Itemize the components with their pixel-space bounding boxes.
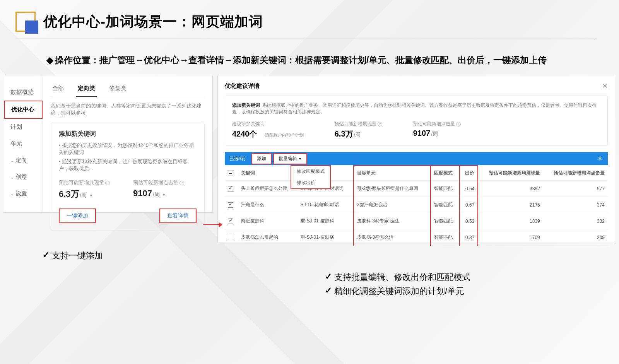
help-icon[interactable]: ?: [378, 122, 382, 126]
cell-unit[interactable]: 额-2@-额头长痘痘是什么原因: [354, 181, 431, 197]
row-checkbox[interactable]: [228, 219, 233, 224]
cell-plan: 重-SJ-01-皮肤病: [298, 229, 354, 246]
tabs: 全部 定向类 修复类: [51, 82, 205, 97]
title-wrap: 优化中心-加词场景一：网页端加词: [15, 12, 596, 39]
dropdown-bid[interactable]: 修改出价: [291, 177, 330, 188]
panels-row: 数据概览 优化中心 计划 单元 ⌄定向 ⌄创意 ⌄设置 全部 定向类 修复类 我…: [0, 76, 619, 242]
slide-title: 优化中心-加词场景一：网页端加词: [43, 12, 263, 31]
col-checkbox: [225, 166, 238, 181]
sidebar: 数据概览 优化中心 计划 单元 ⌄定向 ⌄创意 ⌄设置: [4, 76, 43, 212]
cell-bid[interactable]: 0.54: [460, 181, 478, 197]
table-header-row: 关键词 计划 目标单元 匹配模式 出价 预估可能新增周均展现量 预估可能新增周均…: [225, 166, 608, 181]
metric-value: 6.3万/周: [335, 129, 382, 139]
info-metric-keywords: 建议添加关键词 4240个适配账户内70个计划: [232, 121, 304, 139]
sidebar-item-settings[interactable]: ⌄设置: [4, 185, 43, 202]
metric-label: 建议添加关键词: [232, 121, 304, 127]
suggestion-card: 添加新关键词 • 根据您的历史投放情况，为您找到4240个和您的推广业务相关的关…: [51, 123, 205, 231]
bullet-text: 支持批量编辑、修改出价和匹配模式: [334, 272, 470, 283]
chevron-down-icon: ⌄: [10, 175, 14, 179]
help-icon[interactable]: ?: [105, 181, 110, 185]
cell-unit[interactable]: 3@汗斑怎么治: [354, 197, 431, 213]
bullet-diamond: ◆: [46, 55, 53, 65]
sidebar-item-target[interactable]: ⌄定向: [4, 152, 43, 169]
cell-plan: SJ-15-花斑癣-对话: [298, 197, 354, 213]
cell-match[interactable]: 智能匹配: [431, 213, 460, 229]
card-desc-2: • 通过更新和补充新关键词，让广告展现给更多潜在目标客户，获取优质...: [59, 158, 197, 172]
col-keyword: 关键词: [238, 166, 298, 181]
batch-edit-button[interactable]: 批量编辑 ▼: [273, 153, 307, 164]
right-panel: 优化建议详情 ✕ 添加新关键词系统根据账户中的推广业务、常用词汇和投放历史等，自…: [217, 76, 615, 242]
cell-match[interactable]: 智能匹配: [431, 181, 460, 197]
cell-bid[interactable]: 0.67: [460, 197, 478, 213]
cell-match[interactable]: 智能匹配: [431, 229, 460, 246]
bullet-text: 精细化调整关键词添加的计划/单元: [334, 285, 464, 297]
chevron-down-icon: ▼: [89, 193, 93, 198]
table-row: 汗斑是什么 SJ-15-花斑癣-对话 3@汗斑怎么治 智能匹配 0.67 217…: [225, 197, 608, 213]
chevron-down-icon: ⌄: [10, 191, 14, 196]
row-checkbox[interactable]: [228, 202, 233, 208]
sidebar-item-data-overview[interactable]: 数据概览: [4, 84, 43, 101]
sidebar-item-optimize-center[interactable]: 优化中心: [4, 101, 43, 119]
tab-all[interactable]: 全部: [51, 82, 65, 97]
cell-keyword: 头上长痘痘要怎么处理: [238, 181, 298, 197]
cell-bid[interactable]: 0.52: [460, 213, 478, 229]
view-detail-button[interactable]: 查看详情: [159, 208, 197, 223]
cell-impr: 3352: [478, 181, 543, 197]
left-panel: 数据概览 优化中心 计划 单元 ⌄定向 ⌄创意 ⌄设置 全部 定向类 修复类 我…: [4, 76, 213, 213]
left-main: 全部 定向类 修复类 我们基于您当前的关键词、人群等定向设置为您提供了一系列优化…: [43, 76, 212, 212]
bar-close-icon[interactable]: ✕: [592, 156, 608, 162]
svg-marker-1: [219, 222, 222, 227]
cell-unit[interactable]: 皮肤病-3@怎么治: [354, 229, 431, 246]
help-icon[interactable]: ?: [456, 122, 461, 126]
tab-target[interactable]: 定向类: [76, 82, 97, 97]
card-title: 添加新关键词: [59, 130, 197, 138]
title-icon: [15, 12, 36, 32]
card-actions: 一键添加 查看详情: [59, 208, 197, 223]
cell-impr: 2175: [478, 197, 543, 213]
sidebar-item-plan[interactable]: 计划: [4, 119, 43, 135]
metric-label: 预估可能新增展现量?: [59, 179, 110, 186]
bullet-right: ✓支持批量编辑、修改出价和匹配模式 ✓精细化调整关键词添加的计划/单元: [325, 272, 619, 297]
cell-click: 332: [543, 213, 608, 229]
checkbox-minus-icon[interactable]: [228, 171, 233, 176]
chevron-down-icon: ▼: [298, 157, 302, 161]
one-click-add-button[interactable]: 一键添加: [59, 208, 96, 223]
help-icon[interactable]: ?: [180, 181, 184, 185]
sidebar-item-unit[interactable]: 单元: [4, 135, 43, 152]
cell-match[interactable]: 智能匹配: [431, 197, 460, 213]
cell-keyword: 汗斑是什么: [238, 197, 298, 213]
col-match: 匹配模式: [431, 166, 460, 181]
cell-click: 374: [543, 197, 608, 213]
title-icon-inner: [25, 21, 38, 34]
table-row: 头上长痘痘要怎么处理 SJ-03-青春痘-对话词 额-2@-额头长痘痘是什么原因…: [225, 181, 608, 197]
info-lead: 添加新关键词: [232, 103, 260, 108]
cell-click: 309: [543, 229, 608, 246]
check-icon: ✓: [325, 285, 332, 296]
tab-fix[interactable]: 修复类: [108, 82, 128, 97]
sidebar-item-creative[interactable]: ⌄创意: [4, 169, 43, 185]
row-checkbox[interactable]: [228, 235, 233, 240]
operation-path: ◆操作位置：推广管理→优化中心→查看详情→添加新关键词：根据需要调整计划/单元、…: [46, 52, 573, 68]
table-row: 皮肤病怎么引起的 重-SJ-01-皮肤病 皮肤病-3@怎么治 智能匹配 0.37…: [225, 229, 608, 246]
metric-value: 9107/周: [413, 129, 461, 138]
close-icon[interactable]: ✕: [602, 82, 608, 90]
cell-bid[interactable]: 0.37: [460, 229, 478, 246]
cell-impr: 1709: [478, 229, 543, 246]
cell-plan: 重-SJ-01-皮肤科: [298, 213, 354, 229]
action-bar: 已选3行 添加 批量编辑 ▼ 修改匹配模式 修改出价 ✕: [225, 152, 608, 165]
col-click: 预估可能新增周均点击量: [543, 166, 608, 181]
dropdown-match-mode[interactable]: 修改匹配模式: [291, 166, 330, 177]
batch-dropdown: 修改匹配模式 修改出价: [291, 165, 331, 189]
add-button[interactable]: 添加: [251, 153, 272, 164]
bullet-left: ✓支持一键添加: [43, 250, 619, 261]
right-title-row: 优化建议详情 ✕: [225, 82, 608, 90]
cell-unit[interactable]: 皮肤科-3@专家-医生: [354, 213, 431, 229]
metric-clicks: 预估可能新增点击量? 9107/周▼: [133, 179, 184, 200]
row-checkbox[interactable]: [228, 186, 233, 191]
cell-click: 577: [543, 181, 608, 197]
metric-label: 预估可能新增点击量?: [133, 179, 184, 186]
hint-text: 我们基于您当前的关键词、人群等定向设置为您提供了一系列优化建议，您可以参考: [51, 103, 205, 116]
table-row: 附近皮肤科 重-SJ-01-皮肤科 皮肤科-3@专家-医生 智能匹配 0.52 …: [225, 213, 608, 229]
col-unit: 目标单元: [354, 166, 431, 181]
card-desc-1: • 根据您的历史投放情况，为您找到4240个和您的推广业务相关的关键词: [59, 142, 197, 156]
